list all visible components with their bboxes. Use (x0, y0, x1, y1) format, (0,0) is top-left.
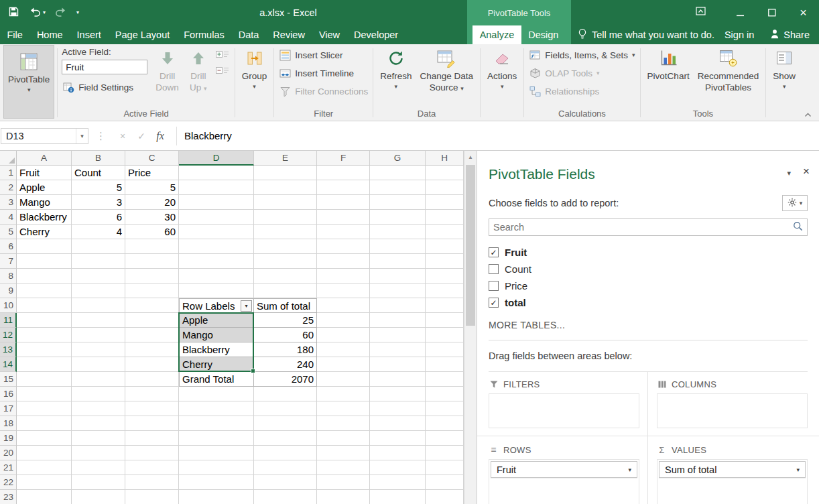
cell-H6[interactable] (426, 239, 464, 254)
relationships-button[interactable]: Relationships (527, 83, 637, 100)
column-header-B[interactable]: B (72, 151, 125, 166)
cell-E21[interactable] (254, 460, 317, 475)
cell-G15[interactable] (370, 372, 426, 387)
cell-A4[interactable]: Blackberry (17, 210, 72, 225)
cell-D4[interactable] (179, 210, 254, 225)
cell-B20[interactable] (72, 446, 125, 460)
cell-H18[interactable] (426, 416, 464, 431)
cell-H7[interactable] (426, 254, 464, 269)
cell-F11[interactable] (317, 313, 370, 328)
cell-B8[interactable] (72, 269, 125, 284)
tab-design[interactable]: Design (521, 25, 566, 44)
tab-home[interactable]: Home (29, 25, 70, 44)
cell-A5[interactable]: Cherry (17, 225, 72, 239)
actions-button[interactable]: Actions ▾ (483, 45, 521, 105)
cell-F3[interactable] (317, 195, 370, 210)
cell-C14[interactable] (125, 357, 179, 372)
cell-B14[interactable] (72, 357, 125, 372)
cell-G23[interactable] (370, 490, 426, 504)
insert-slicer-button[interactable]: Insert Slicer (277, 47, 370, 64)
share-button[interactable]: Share (770, 29, 810, 41)
cell-C15[interactable] (125, 372, 179, 387)
cell-G4[interactable] (370, 210, 426, 225)
cell-E19[interactable] (254, 431, 317, 446)
cell-D14[interactable]: Cherry (179, 357, 254, 372)
pivottable-button[interactable]: PivotTable ▾ (3, 45, 54, 119)
cell-E1[interactable] (254, 166, 317, 180)
filters-drop-zone[interactable] (489, 393, 639, 428)
cell-E6[interactable] (254, 239, 317, 254)
cell-B6[interactable] (72, 239, 125, 254)
cell-B21[interactable] (72, 460, 125, 475)
cell-G11[interactable] (370, 313, 426, 328)
row-header-23[interactable]: 23 (0, 490, 17, 504)
cell-B13[interactable] (72, 342, 125, 357)
cell-C10[interactable] (125, 298, 179, 313)
cell-F5[interactable] (317, 225, 370, 239)
pane-options-caret[interactable]: ▾ (787, 169, 791, 178)
column-header-E[interactable]: E (254, 151, 317, 166)
cell-E20[interactable] (254, 446, 317, 460)
rows-drop-zone[interactable]: Fruit▾ (489, 459, 639, 504)
cell-C2[interactable]: 5 (125, 180, 179, 195)
tab-page-layout[interactable]: Page Layout (108, 25, 176, 44)
row-header-1[interactable]: 1 (0, 166, 17, 180)
cell-F8[interactable] (317, 269, 370, 284)
cell-G13[interactable] (370, 342, 426, 357)
cell-C12[interactable] (125, 328, 179, 342)
cell-E12[interactable]: 60 (254, 328, 317, 342)
cell-E18[interactable] (254, 416, 317, 431)
scroll-up-button[interactable]: ▲ (464, 151, 477, 164)
cell-F19[interactable] (317, 431, 370, 446)
cell-C8[interactable] (125, 269, 179, 284)
row-header-14[interactable]: 14 (0, 357, 17, 372)
cell-B23[interactable] (72, 490, 125, 504)
cell-H19[interactable] (426, 431, 464, 446)
cell-G3[interactable] (370, 195, 426, 210)
cell-G7[interactable] (370, 254, 426, 269)
cell-C4[interactable]: 30 (125, 210, 179, 225)
area-field-sum-of-total[interactable]: Sum of total▾ (659, 461, 806, 478)
cell-G20[interactable] (370, 446, 426, 460)
cell-F12[interactable] (317, 328, 370, 342)
cell-G18[interactable] (370, 416, 426, 431)
cell-E8[interactable] (254, 269, 317, 284)
cell-B18[interactable] (72, 416, 125, 431)
cell-C17[interactable] (125, 401, 179, 416)
cell-H22[interactable] (426, 475, 464, 490)
cell-C16[interactable] (125, 387, 179, 401)
cell-C21[interactable] (125, 460, 179, 475)
cell-F10[interactable] (317, 298, 370, 313)
cell-D22[interactable] (179, 475, 254, 490)
cell-C13[interactable] (125, 342, 179, 357)
cell-D12[interactable]: Mango (179, 328, 254, 342)
cell-B12[interactable] (72, 328, 125, 342)
cell-E13[interactable]: 180 (254, 342, 317, 357)
cell-F14[interactable] (317, 357, 370, 372)
cell-C7[interactable] (125, 254, 179, 269)
cell-B17[interactable] (72, 401, 125, 416)
cell-H10[interactable] (426, 298, 464, 313)
cell-B4[interactable]: 6 (72, 210, 125, 225)
row-header-10[interactable]: 10 (0, 298, 17, 313)
tab-analyze[interactable]: Analyze (472, 25, 521, 44)
fill-handle[interactable] (251, 369, 255, 373)
row-labels-filter-button[interactable]: ▾ (241, 300, 252, 312)
cell-D17[interactable] (179, 401, 254, 416)
cell-H5[interactable] (426, 225, 464, 239)
cell-D5[interactable] (179, 225, 254, 239)
cell-B5[interactable]: 4 (72, 225, 125, 239)
recommended-pivottables-button[interactable]: Recommended PivotTables (694, 45, 763, 105)
row-header-11[interactable]: 11 (0, 313, 17, 328)
row-header-13[interactable]: 13 (0, 342, 17, 357)
cell-F22[interactable] (317, 475, 370, 490)
column-header-F[interactable]: F (317, 151, 370, 166)
cell-D3[interactable] (179, 195, 254, 210)
collapse-ribbon-button[interactable] (802, 109, 814, 119)
row-header-15[interactable]: 15 (0, 372, 17, 387)
cell-A9[interactable] (17, 284, 72, 298)
row-header-4[interactable]: 4 (0, 210, 17, 225)
column-header-D[interactable]: D (179, 151, 254, 166)
tell-me-box[interactable]: Tell me what you want to do. (578, 28, 714, 42)
cell-H14[interactable] (426, 357, 464, 372)
